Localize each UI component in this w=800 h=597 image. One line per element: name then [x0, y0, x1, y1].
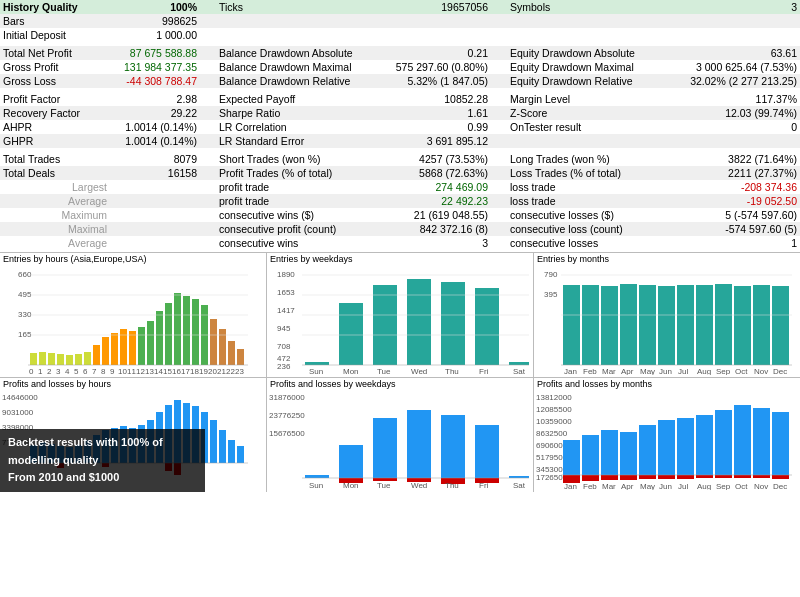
svg-rect-67	[407, 279, 431, 365]
svg-rect-4	[30, 353, 37, 365]
svg-rect-11	[93, 345, 100, 365]
lot-label: Loss Trades (% of total)	[507, 166, 677, 180]
svg-text:9031000: 9031000	[2, 408, 34, 417]
svg-rect-22	[192, 299, 199, 365]
chart-pnl-months-title: Profits and losses by months	[534, 378, 800, 390]
zs-label: Z-Score	[507, 106, 677, 120]
svg-text:1417: 1417	[277, 306, 295, 315]
svg-rect-154	[509, 476, 529, 478]
svg-text:Sat: Sat	[513, 481, 526, 490]
ahpr-label: AHPR	[0, 120, 110, 134]
svg-rect-88	[620, 284, 637, 365]
acl-label: consecutive losses	[507, 236, 677, 250]
svg-text:Jun: Jun	[659, 482, 672, 490]
gp-label: Gross Profit	[0, 60, 110, 74]
svg-text:Tue: Tue	[377, 481, 391, 490]
svg-rect-25	[219, 329, 226, 365]
chart-pnl-hours-title: Profits and losses by hours	[0, 378, 266, 390]
lrse-value: 3 691 895.12	[391, 134, 491, 148]
ahpr-value: 1.0014 (0.14%)	[110, 120, 200, 134]
ghpr-value: 1.0014 (0.14%)	[110, 134, 200, 148]
svg-rect-136	[210, 420, 217, 463]
svg-text:4: 4	[65, 367, 70, 375]
eda-label: Equity Drawdown Absolute	[507, 46, 677, 60]
svg-rect-90	[658, 286, 675, 365]
chart-pnl-months-svg: 13812000 12085500 10359000 8632500 69060…	[534, 390, 796, 490]
svg-text:23: 23	[235, 367, 244, 375]
svg-text:0: 0	[29, 367, 34, 375]
ghpr-label: GHPR	[0, 134, 110, 148]
tt-value: 8079	[110, 152, 200, 166]
acw-value: 3	[391, 236, 491, 250]
svg-rect-19	[165, 303, 172, 365]
svg-text:Tue: Tue	[377, 367, 391, 375]
otr-label: OnTester result	[507, 120, 677, 134]
svg-rect-17	[147, 321, 154, 365]
svg-rect-6	[48, 353, 55, 365]
bdm-label: Balance Drawdown Maximal	[216, 60, 391, 74]
svg-text:12085500: 12085500	[536, 405, 572, 414]
svg-text:1653: 1653	[277, 288, 295, 297]
tt-label: Total Trades	[0, 152, 110, 166]
svg-text:May: May	[640, 367, 655, 375]
svg-rect-68	[441, 282, 465, 365]
symbols-value: 3	[677, 0, 800, 14]
svg-rect-8	[66, 355, 73, 365]
sr-value: 1.61	[391, 106, 491, 120]
svg-text:Dec: Dec	[773, 482, 787, 490]
svg-text:2: 2	[47, 367, 52, 375]
svg-text:8: 8	[101, 367, 106, 375]
chart-weekdays-svg: 1890 1653 1417 945 708 472 236 Sun Mon T…	[267, 265, 529, 375]
chart-months: Entries by months 790 395 Jan Feb	[534, 253, 800, 377]
svg-rect-24	[210, 319, 217, 365]
svg-text:Oct: Oct	[735, 367, 748, 375]
chart-hours-title: Entries by hours (Asia,Europe,USA)	[0, 253, 266, 265]
lt-label: Long Trades (won %)	[507, 152, 677, 166]
svg-text:Jul: Jul	[678, 367, 688, 375]
svg-text:790: 790	[544, 270, 558, 279]
svg-text:330: 330	[18, 310, 32, 319]
gp-value: 131 984 377.35	[110, 60, 200, 74]
svg-text:31876000: 31876000	[269, 393, 305, 402]
svg-rect-9	[75, 354, 82, 365]
svg-rect-183	[696, 415, 713, 475]
svg-text:1: 1	[38, 367, 43, 375]
edm-value: 3 000 625.64 (7.53%)	[677, 60, 800, 74]
mcw-label: consecutive wins ($)	[216, 208, 391, 222]
svg-text:660: 660	[18, 270, 32, 279]
svg-rect-27	[237, 349, 244, 365]
svg-rect-198	[753, 475, 770, 478]
svg-rect-185	[734, 405, 751, 475]
svg-text:May: May	[640, 482, 655, 490]
svg-rect-96	[772, 286, 789, 365]
svg-rect-12	[102, 337, 109, 365]
svg-rect-26	[228, 341, 235, 365]
chart-hours-svg: 660 495 330 165	[0, 265, 262, 375]
svg-text:13812000: 13812000	[536, 393, 572, 402]
svg-text:Mar: Mar	[602, 482, 616, 490]
svg-text:Oct: Oct	[735, 482, 748, 490]
bda-value: 0.21	[391, 46, 491, 60]
stats-table: History Quality 100% Ticks 19657056 Symb…	[0, 0, 800, 250]
svg-text:Apr: Apr	[621, 482, 634, 490]
svg-rect-138	[228, 440, 235, 463]
svg-text:7: 7	[92, 367, 97, 375]
bda-label: Balance Drawdown Absolute	[216, 46, 391, 60]
deposit-value: 1 000.00	[110, 28, 200, 42]
svg-text:6: 6	[83, 367, 88, 375]
charts-row-1: Entries by hours (Asia,Europe,USA) 660 4…	[0, 252, 800, 377]
svg-rect-93	[715, 284, 732, 365]
mclc-value: -574 597.60 (5)	[677, 222, 800, 236]
svg-text:Jan: Jan	[564, 367, 577, 375]
svg-text:Sun: Sun	[309, 367, 323, 375]
chart-pnl-weekdays: Profits and losses by weekdays 31876000 …	[267, 378, 534, 492]
svg-rect-20	[174, 293, 181, 365]
acw-label: consecutive wins	[216, 236, 391, 250]
otr-value: 0	[677, 120, 800, 134]
svg-text:Sat: Sat	[513, 367, 526, 375]
lrse-label: LR Standard Error	[216, 134, 391, 148]
tnp-label: Total Net Profit	[0, 46, 110, 60]
svg-text:Fri: Fri	[479, 481, 489, 490]
svg-rect-16	[138, 327, 145, 365]
mcp-label: consecutive profit (count)	[216, 222, 391, 236]
